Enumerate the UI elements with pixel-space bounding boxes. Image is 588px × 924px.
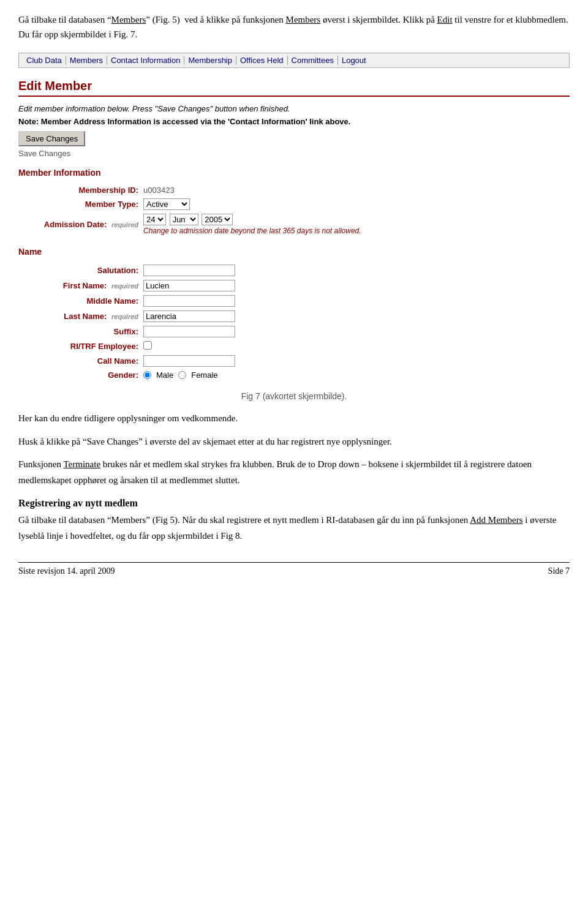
nav-committees[interactable]: Committees [289, 56, 338, 65]
admission-month-select[interactable]: Jun JanFebMarAprMay JulAugSepOctNovDec [170, 214, 198, 225]
salutation-value [141, 263, 570, 278]
footer: Siste revisjon 14. april 2009 Side 7 [18, 562, 570, 576]
middle-name-input[interactable] [143, 295, 235, 307]
middle-name-row: Middle Name: [18, 293, 570, 309]
gender-label: Gender: [18, 369, 141, 381]
name-section-title: Name [18, 247, 570, 257]
membership-id-value: u003423 [141, 184, 570, 197]
suffix-label: Suffix: [18, 324, 141, 339]
name-table: Salutation: First Name: required Middle … [18, 263, 570, 381]
nav-bar: Club Data Members Contact Information Me… [18, 53, 570, 68]
suffix-row: Suffix: [18, 324, 570, 339]
nav-members[interactable]: Members [67, 56, 107, 65]
admission-day-select[interactable]: 24 [143, 214, 166, 225]
member-type-row: Member Type: Active Honorary Inactive [18, 197, 570, 212]
suffix-value [141, 324, 570, 339]
gender-female-radio[interactable] [178, 371, 186, 379]
membership-id-label: Membership ID: [18, 184, 141, 197]
gender-female-label: Female [191, 370, 217, 380]
admission-year-select[interactable]: 2005 [202, 214, 233, 225]
footer-left: Siste revisjon 14. april 2009 [18, 566, 115, 576]
edit-note: Note: Member Address Information is acce… [18, 117, 570, 126]
admission-date-label: Admission Date: required [18, 212, 141, 237]
middle-name-value [141, 293, 570, 309]
salutation-label: Salutation: [18, 263, 141, 278]
save-label-text: Save Changes [18, 149, 570, 158]
members-link[interactable]: Members [111, 15, 146, 24]
nav-offices-held[interactable]: Offices Held [238, 56, 288, 65]
admission-required-label: required [111, 221, 138, 228]
member-info-table: Membership ID: u003423 Member Type: Acti… [18, 184, 570, 237]
post-line3: Funksjonen Terminate brukes når et medle… [18, 457, 570, 488]
add-members-link[interactable]: Add Members [470, 515, 522, 525]
call-name-value [141, 353, 570, 369]
nav-contact-information[interactable]: Contact Information [108, 56, 184, 65]
nav-club-data[interactable]: Club Data [24, 56, 66, 65]
registrering-heading: Registrering av nytt medlem [18, 498, 570, 509]
salutation-row: Salutation: [18, 263, 570, 278]
nav-logout[interactable]: Logout [339, 56, 370, 65]
ri-trf-checkbox[interactable] [143, 341, 152, 350]
ri-trf-row: RI/TRF Employee: [18, 339, 570, 353]
salutation-input[interactable] [143, 265, 235, 276]
member-type-select[interactable]: Active Honorary Inactive [143, 198, 190, 210]
post-line2: Husk å klikke på “Save Changes” i øverst… [18, 434, 570, 450]
ri-trf-value [141, 339, 570, 353]
save-changes-button[interactable]: Save Changes [18, 131, 85, 146]
edit-member-title: Edit Member [18, 79, 570, 97]
first-name-label: First Name: required [18, 278, 141, 293]
middle-name-label: Middle Name: [18, 293, 141, 309]
post-line1: Her kan du endre tidligere opplysninger … [18, 411, 570, 427]
last-name-label: Last Name: required [18, 309, 141, 324]
call-name-label: Call Name: [18, 353, 141, 369]
suffix-input[interactable] [143, 326, 235, 337]
call-name-row: Call Name: [18, 353, 570, 369]
call-name-input[interactable] [143, 355, 235, 367]
intro-paragraph: Gå tilbake til databasen “Members” (Fig.… [18, 12, 570, 42]
last-name-required-label: required [111, 313, 138, 320]
gender-male-radio[interactable] [143, 371, 151, 379]
gender-male-label: Male [156, 370, 173, 380]
gender-value: Male Female [141, 369, 570, 381]
first-name-required-label: required [111, 282, 138, 290]
membership-id-row: Membership ID: u003423 [18, 184, 570, 197]
first-name-value [141, 278, 570, 293]
admission-date-warning: Change to admission date beyond the last… [143, 227, 567, 235]
gender-row: Gender: Male Female [18, 369, 570, 381]
ri-trf-label: RI/TRF Employee: [18, 339, 141, 353]
last-name-input[interactable] [143, 310, 235, 322]
footer-right: Side 7 [548, 566, 570, 576]
terminate-link[interactable]: Terminate [63, 459, 100, 469]
admission-date-row: Admission Date: required 24 Jun JanFebMa… [18, 212, 570, 237]
last-name-row: Last Name: required [18, 309, 570, 324]
member-type-value: Active Honorary Inactive [141, 197, 570, 212]
edit-instructions: Edit member information below. Press "Sa… [18, 104, 570, 113]
admission-date-value: 24 Jun JanFebMarAprMay JulAugSepOctNovDe… [141, 212, 570, 237]
last-name-value [141, 309, 570, 324]
nav-membership[interactable]: Membership [186, 56, 236, 65]
post-line4-pre: Gå tilbake til databasen “Members” (Fig … [18, 515, 470, 525]
first-name-input[interactable] [143, 280, 235, 291]
post-line4: Gå tilbake til databasen “Members” (Fig … [18, 513, 570, 544]
fig-caption: Fig 7 (avkortet skjermbilde). [18, 391, 570, 401]
member-type-label: Member Type: [18, 197, 141, 212]
post-line3-pre: Funksjonen [18, 459, 63, 469]
first-name-row: First Name: required [18, 278, 570, 293]
member-info-section-title: Member Information [18, 168, 570, 178]
edit-link[interactable]: Edit [437, 15, 453, 24]
